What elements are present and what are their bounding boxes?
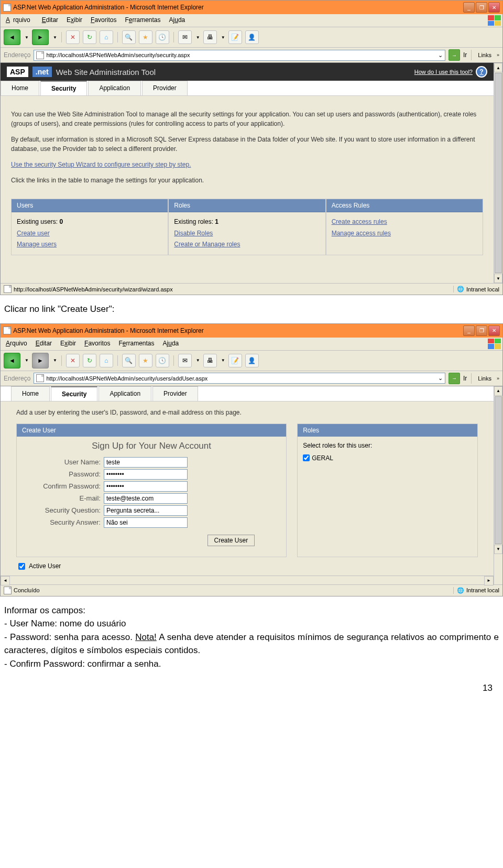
wizard-link[interactable]: Use the security Setup Wizard to configu… — [11, 161, 191, 168]
doc-username: - User Name: nome do usuário — [4, 617, 499, 631]
history-button[interactable]: 🕓 — [156, 30, 169, 44]
scroll-down-button[interactable]: ▼ — [494, 545, 502, 554]
doc-bottom: Informar os campos: - User Name: nome do… — [0, 596, 503, 678]
scroll-right-button[interactable]: ► — [484, 576, 494, 585]
manage-roles-link[interactable]: Create or Manage roles — [174, 241, 240, 248]
favorites-button[interactable]: ★ — [139, 354, 152, 367]
menu-arquivo[interactable]: Arquivo — [3, 339, 30, 349]
doc-informar: Informar os campos: — [4, 604, 499, 617]
menu-editar[interactable]: Editar — [32, 339, 55, 349]
print-button[interactable]: 🖶 — [203, 354, 217, 367]
ie-icon — [3, 327, 11, 334]
menu-arquivo[interactable]: Arquivo — [3, 15, 37, 26]
manage-users-link[interactable]: Manage users — [17, 241, 57, 248]
links-label[interactable]: Links — [476, 52, 494, 58]
horizontal-scrollbar[interactable]: ◄ ► — [1, 576, 494, 584]
tab-provider[interactable]: Provider — [152, 386, 198, 401]
role-checkbox[interactable] — [303, 454, 310, 461]
scroll-thumb[interactable] — [495, 396, 502, 544]
scroll-up-button[interactable]: ▲ — [494, 63, 502, 72]
refresh-button[interactable]: ↻ — [83, 30, 96, 44]
close-button[interactable]: ✕ — [488, 2, 500, 13]
favorites-button[interactable]: ★ — [139, 30, 152, 44]
help-icon[interactable]: ? — [476, 66, 487, 78]
active-user-checkbox[interactable] — [18, 563, 25, 570]
menu-exibir[interactable]: Exibir — [63, 15, 85, 26]
help-link[interactable]: How do I use this tool? — [414, 69, 473, 75]
back-button[interactable]: ◄ — [4, 29, 20, 45]
search-button[interactable]: 🔍 — [122, 30, 136, 44]
tab-home[interactable]: Home — [1, 81, 39, 95]
vertical-scrollbar[interactable]: ▲ ▼ — [494, 386, 502, 584]
menu-favoritos[interactable]: Favoritos — [81, 339, 113, 349]
maximize-button[interactable]: ❐ — [476, 326, 487, 336]
signup-title: Sign Up for Your New Account — [17, 437, 286, 455]
scroll-down-button[interactable]: ▼ — [494, 274, 502, 283]
minimize-button[interactable]: _ — [463, 2, 475, 13]
search-button[interactable]: 🔍 — [122, 354, 136, 367]
address-input[interactable]: http://localhost/ASPNetWebAdmin/security… — [34, 50, 445, 61]
scroll-thumb[interactable] — [495, 73, 502, 273]
disable-roles-link[interactable]: Disable Roles — [174, 230, 213, 237]
menu-ferramentas[interactable]: Ferramentas — [122, 15, 163, 26]
tab-home[interactable]: Home — [11, 386, 50, 401]
menu-ajuda[interactable]: Ajuda — [166, 15, 189, 26]
go-label: Ir — [463, 375, 467, 382]
tab-security[interactable]: Security — [40, 81, 87, 95]
stop-button[interactable]: ✕ — [66, 30, 80, 44]
go-button[interactable]: → — [449, 49, 460, 61]
roles-text: Select roles for this user: — [303, 442, 472, 449]
users-column: Users Existing users: 0 Create user Mana… — [11, 199, 168, 255]
menu-ajuda[interactable]: Ajuda — [160, 339, 182, 349]
forward-button[interactable]: ► — [32, 29, 49, 45]
email-input[interactable] — [104, 493, 188, 504]
menu-exibir[interactable]: Exibir — [57, 339, 79, 349]
edit-button[interactable]: 📝 — [228, 354, 242, 367]
messenger-button[interactable]: 👤 — [245, 354, 259, 367]
manage-access-link[interactable]: Manage access rules — [332, 230, 391, 237]
vertical-scrollbar[interactable]: ▲ ▼ — [494, 63, 502, 283]
security-answer-input[interactable] — [104, 517, 188, 528]
confirm-password-input[interactable] — [104, 481, 188, 492]
minimize-button[interactable]: _ — [463, 326, 475, 336]
create-access-link[interactable]: Create access rules — [332, 218, 387, 225]
address-input[interactable]: http://localhost/ASPNetWebAdmin/security… — [34, 373, 445, 384]
back-button[interactable]: ◄ — [4, 353, 20, 368]
username-input[interactable] — [104, 457, 188, 468]
globe-icon: 🌐 — [457, 587, 464, 594]
history-button[interactable]: 🕓 — [156, 354, 169, 367]
password-input[interactable] — [104, 469, 188, 480]
intro-text: Add a user by entering the user's ID, pa… — [1, 402, 494, 424]
messenger-button[interactable]: 👤 — [245, 30, 259, 44]
menu-ferramentas[interactable]: Ferramentas — [115, 339, 157, 349]
doc-confirm: - Confirm Password: confirmar a senha. — [4, 657, 499, 671]
asp-logo: ASP — [7, 67, 28, 77]
security-answer-label: Security Answer: — [27, 518, 101, 526]
refresh-button[interactable]: ↻ — [83, 354, 96, 367]
scroll-up-button[interactable]: ▲ — [494, 386, 502, 396]
scroll-left-button[interactable]: ◄ — [1, 576, 10, 585]
tab-security[interactable]: Security — [51, 386, 97, 401]
tab-application[interactable]: Application — [99, 386, 151, 401]
go-button[interactable]: → — [449, 373, 460, 384]
mail-button[interactable]: ✉ — [178, 354, 192, 367]
mail-button[interactable]: ✉ — [178, 30, 192, 44]
menu-editar[interactable]: Editar — [39, 15, 61, 26]
create-user-button[interactable]: Create User — [207, 535, 255, 546]
tab-application[interactable]: Application — [88, 81, 141, 95]
edit-button[interactable]: 📝 — [228, 30, 242, 44]
tab-provider[interactable]: Provider — [142, 81, 188, 95]
windows-flag-icon — [488, 339, 500, 349]
links-label[interactable]: Links — [476, 375, 494, 382]
security-question-input[interactable] — [104, 505, 188, 516]
home-button[interactable]: ⌂ — [100, 354, 113, 367]
create-user-link[interactable]: Create user — [17, 230, 50, 237]
print-button[interactable]: 🖶 — [203, 30, 217, 44]
roles-column: Roles Existing roles: 1 Disable Roles Cr… — [168, 199, 325, 255]
menu-favoritos[interactable]: Favoritos — [88, 15, 119, 26]
home-button[interactable]: ⌂ — [100, 30, 113, 44]
maximize-button[interactable]: ❐ — [476, 2, 487, 13]
close-button[interactable]: ✕ — [488, 326, 500, 336]
stop-button[interactable]: ✕ — [66, 354, 80, 367]
status-zone: Intranet local — [466, 587, 499, 593]
